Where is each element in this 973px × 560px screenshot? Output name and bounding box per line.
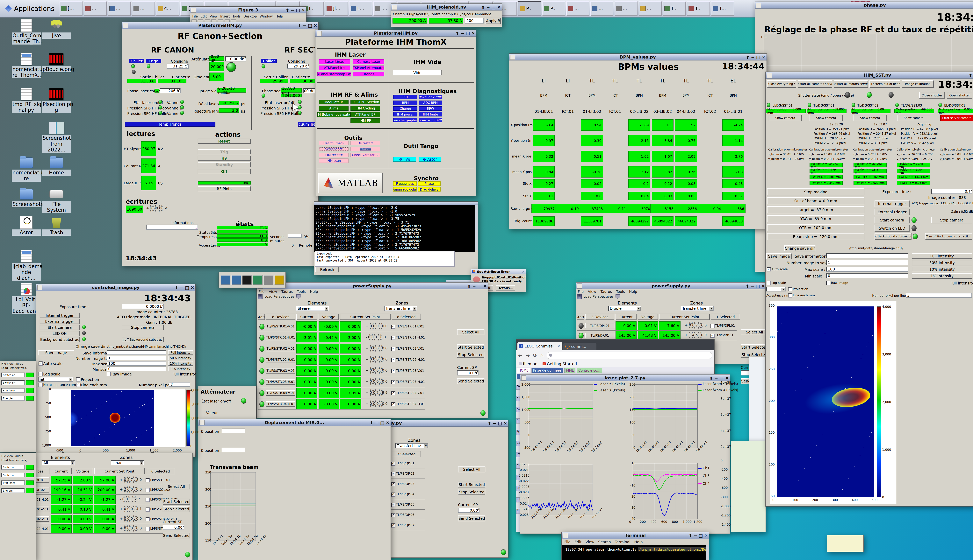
titlebar-mir[interactable]: Deplacement du MIR.0...⬆−□✕ (198, 419, 391, 426)
vide-button[interactable]: Vide (393, 70, 441, 75)
sst-intensity-button-3[interactable]: 1% intensity (912, 273, 972, 278)
spin-down-icon[interactable]: ▼▼▼ ▼▼ (124, 510, 137, 513)
rfalims-button-3[interactable]: IHM Cycling (351, 106, 380, 111)
window-close-icon[interactable]: ✕ (386, 420, 390, 425)
window-shade-icon[interactable]: ⬆ (746, 55, 749, 60)
window-close-icon[interactable]: ✕ (191, 285, 194, 290)
window-shade-icon[interactable]: ⬆ (286, 8, 289, 13)
ps-steerer-start-selected-button[interactable]: Start Selected (457, 344, 484, 350)
tango-button-astor[interactable]: ⚙ Astor (419, 157, 441, 162)
menu-item[interactable]: View (210, 14, 217, 18)
taskbar-item[interactable]: P... (542, 2, 565, 16)
menu-item[interactable]: File (578, 290, 583, 293)
setpoint-digits-ps-steerer[interactable]: ▲▲▲ ▲▲+ 0 0 7 . 9 9▼▼▼ ▼▼ (366, 389, 388, 396)
outils-button-health-check[interactable]: Health Check (319, 141, 349, 145)
intensity-button-2[interactable]: 10% intensity (168, 361, 193, 366)
spin-arrows-icon[interactable]: ▲ ▼ (181, 525, 184, 527)
desktop-icon-astor[interactable]: Astor (12, 215, 41, 236)
ps-steerer-select-all-button[interactable]: Select All (457, 329, 484, 335)
menu-item[interactable]: File (192, 14, 198, 18)
ps-dipole-device-button[interactable]: TL/PS/DP.01 (585, 333, 614, 338)
sst-saveinfo-field[interactable] (826, 253, 908, 258)
spin-arrows-icon[interactable]: ▲ ▼ (968, 189, 972, 191)
spin-down-icon[interactable]: ▼▼▼ ▼▼ (124, 520, 137, 522)
outils-button-ihm-recette[interactable]: IHM recette (319, 153, 349, 157)
window-close-icon[interactable]: ✕ (302, 8, 305, 13)
diag-button-0[interactable]: SST (393, 95, 418, 99)
sst-motion-button-4[interactable]: OTR = -102.0 mm (767, 224, 864, 231)
menu-item[interactable]: Help (276, 14, 283, 18)
informations-field[interactable]: ... (146, 225, 198, 230)
ps-linac-select-checkbox[interactable] (145, 488, 150, 492)
setpoint-digits-ps-steerer[interactable]: ▲▲▲ ▲▲+ 0 0 0 . 0 0▼▼▼ ▼▼ (366, 322, 388, 330)
rfalims-button-4[interactable]: IHM Bobine focalisation (318, 112, 351, 117)
ps-steerer-device-button[interactable]: TL/PS/STR.03-H.01 (266, 379, 295, 385)
window-shade-icon[interactable]: ⬆ (175, 285, 178, 290)
outils-button-ihm-scan[interactable]: IHM scan (319, 158, 349, 163)
open-shutter-button[interactable]: Open shutter (947, 92, 972, 98)
applications-menu[interactable]: Applications (0, 0, 60, 17)
window-close-icon[interactable]: ✕ (762, 55, 766, 60)
rfalims-button-5[interactable]: ATKPanel EP (351, 112, 380, 117)
spinbox-ps-linac-current-sp[interactable]: 0.00▲ ▼ (163, 525, 184, 530)
outils-button-elog[interactable]: ELOG (351, 147, 380, 151)
diag-button-8[interactable]: Scan charge-phase (393, 118, 418, 122)
frigo-button[interactable]: Frigo (146, 59, 161, 63)
action-button-off[interactable]: Off (198, 169, 251, 174)
centroid-button-4[interactable]: Set Background substraction (40, 337, 80, 342)
menu-item[interactable]: File (259, 290, 264, 293)
num-save-field[interactable]: 1 (107, 356, 166, 360)
fragment-row-field[interactable]: État laser (2, 480, 25, 485)
sst-show-camera-button[interactable]: Error server camera (940, 115, 973, 121)
line-mm-checkbox[interactable] (76, 383, 80, 387)
window-shade-icon[interactable]: ⬆ (481, 5, 485, 10)
window-maximize-icon[interactable]: □ (699, 533, 703, 538)
sst-external-trigger-button[interactable]: External trigger (874, 208, 909, 215)
window-close-icon[interactable]: ✕ (497, 5, 501, 10)
sst-change-dir-button[interactable]: Change save dir (784, 245, 815, 252)
menu-item[interactable]: Terminal (615, 540, 630, 544)
ps-steerer-select-checkbox[interactable] (391, 380, 395, 384)
close-shutter-button[interactable]: Close shutter (919, 92, 945, 98)
ps-linac-select-checkbox[interactable] (145, 517, 150, 521)
commande-field[interactable]: 200 (465, 18, 483, 23)
launcher-icon-3[interactable] (253, 275, 262, 285)
window-shade-icon[interactable]: ⬆ (467, 284, 471, 288)
console-scrollbar[interactable] (475, 205, 478, 250)
ps-quad-start-selected-button[interactable]: Start Selected (458, 482, 485, 487)
auto-scale-checkbox[interactable] (38, 362, 43, 365)
save-info-field[interactable] (107, 350, 166, 355)
fragment-row-field[interactable]: Switch on (2, 465, 25, 470)
launcher-icon-1[interactable] (231, 275, 241, 285)
menu-item[interactable]: Help (629, 290, 637, 293)
bookmark-item[interactable]: fileman (518, 362, 537, 366)
spin-down-icon[interactable]: ▼▼▼ ▼▼ (124, 481, 137, 483)
spin-down-icon[interactable]: ▼▼▼ ▼▼ (370, 394, 383, 396)
taskbar-item[interactable]: ... (639, 2, 662, 16)
ps-linac-select-checkbox[interactable] (145, 478, 150, 482)
ps-quad-select-all-button[interactable]: Select All (458, 467, 485, 472)
sst-intensity-button-2[interactable]: 10% intensity (912, 267, 972, 272)
desktop-icon-tmp[interactable]: tmp_RF_signal.py (12, 87, 41, 113)
bookmark-item[interactable]: Getting Started (543, 362, 577, 366)
spin-down-icon[interactable]: ▼▼▼ ▼▼ (369, 338, 383, 341)
fragment-row-field[interactable]: Énergie (2, 488, 25, 493)
spin-arrows-icon[interactable]: ▲ ▼ (242, 57, 246, 59)
setpoint-digits-ps-steerer[interactable]: ▲▲▲ ▲▲+ 0 0 0 . 0 0▼▼▼ ▼▼ (366, 400, 388, 407)
spin-down-icon[interactable]: ▼▼▼ ▼▼ (370, 372, 383, 374)
window-close-icon[interactable]: ✕ (503, 421, 507, 426)
desktop-icon-screenshots[interactable]: Screenshots (12, 187, 41, 207)
spinbox-ps-quad-current-sp[interactable]: 0.00▲ ▼ (458, 508, 480, 513)
taskbar-item[interactable]: P... (518, 2, 541, 16)
desktop-icon-nomenclatu[interactable]: nomenclature_ThomX... (12, 52, 41, 78)
window-close-icon[interactable]: ✕ (483, 284, 487, 288)
window-maximize-icon[interactable]: □ (296, 8, 300, 13)
forward-icon[interactable]: → (526, 353, 530, 358)
action-button-hv[interactable]: Hv (198, 156, 251, 161)
sst-top-button-1[interactable]: Restart all cameras server (798, 80, 832, 88)
noacc-checkbox[interactable] (38, 383, 43, 387)
window-maximize-icon[interactable]: □ (478, 284, 481, 288)
sst-show-camera-button[interactable]: Show camera (897, 115, 930, 121)
synchro-button-2[interactable]: Demarrage delays (393, 187, 416, 192)
browser-tab-active[interactable]: ELELOG Commissi✕ (517, 342, 562, 350)
